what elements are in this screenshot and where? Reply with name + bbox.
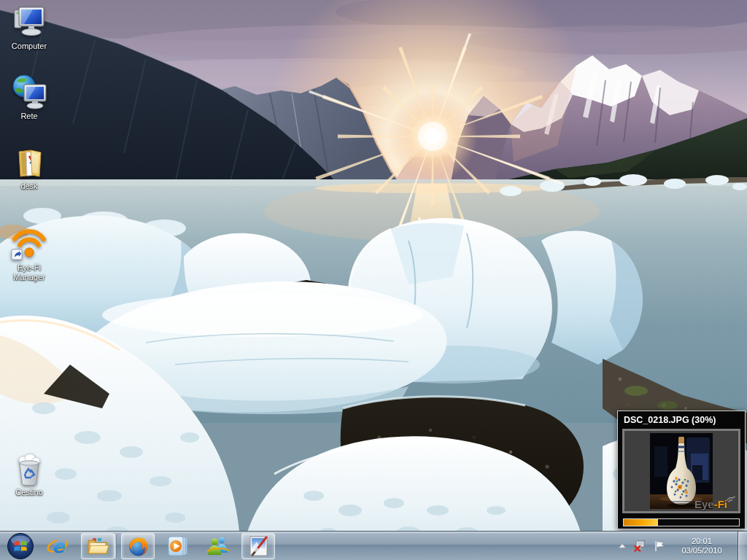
firefox-icon [127,535,150,558]
explorer-folder-icon [87,536,109,556]
computer-monitor-icon [10,4,48,41]
taskbar-clock[interactable]: 20:01 03/05/2010 [674,537,729,556]
desktop-icon-computer[interactable]: Computer [1,4,58,51]
eyefi-upload-popup[interactable]: DSC_0218.JPG (30%) [617,411,746,529]
windows-orb-icon [7,532,34,560]
upload-filename-title: DSC_0218.JPG (30%) [618,411,745,427]
internet-explorer-icon: e [45,534,70,559]
messenger-buddies-icon [206,535,230,557]
upload-progress-bar [623,518,740,526]
network-disconnected-icon[interactable] [633,540,647,552]
start-button[interactable] [0,532,41,560]
clock-time: 20:01 [674,537,729,546]
desktop-screen: Computer Rete [0,0,747,560]
taskbar-button-messenger[interactable] [201,533,235,559]
clock-date: 03/05/2010 [674,546,729,556]
desktop-icon-label: Eye-Fi Manager [2,263,56,282]
taskbar: e [0,531,747,560]
taskbar-button-firefox[interactable] [121,533,155,559]
taskbar-button-windows-explorer[interactable] [81,533,115,559]
show-hidden-icons-chevron[interactable] [618,542,627,549]
desktop-icon-desk[interactable]: desk [1,146,58,191]
desktop-icon-eyefi-manager[interactable]: Eye-Fi Manager [1,223,58,282]
taskbar-button-internet-explorer[interactable]: e [41,533,74,559]
taskbar-button-media-player[interactable] [161,533,195,559]
taskbar-button-paint[interactable] [241,533,275,559]
svg-text:e: e [52,536,66,557]
show-desktop-button[interactable] [738,532,747,560]
paint-icon [248,535,269,557]
open-folder-document-icon [12,146,47,181]
desktop-icon-label: desk [20,182,37,191]
desktop-icon-label: Rete [20,112,37,121]
recycle-bin-full-icon [12,449,47,487]
system-tray: 20:01 03/05/2010 [618,532,747,560]
upload-progress-fill [624,519,658,526]
action-center-flag-icon[interactable] [654,540,666,552]
logo-text-orange: Fi [718,499,727,510]
desktop-icon-label: Cestino [15,488,42,497]
desktop-icon-cestino[interactable]: Cestino [1,449,58,497]
media-player-icon [166,534,190,558]
taskbar-apps: e [41,532,275,560]
eyefi-brand-logo: Eye-Fi [694,499,736,510]
logo-text-gray: Eye [694,499,714,510]
desktop-icon-label: Computer [12,42,47,51]
network-globe-monitor-icon [9,73,49,111]
wifi-signal-shortcut-icon [9,223,50,262]
wifi-arcs-icon [727,495,735,502]
desktop-icon-rete[interactable]: Rete [1,73,58,121]
upload-photo-thumbnail: Eye-Fi [622,429,740,513]
